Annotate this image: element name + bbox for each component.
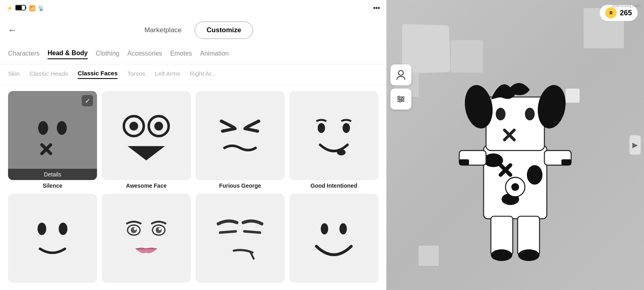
svg-point-9 [130,122,138,130]
sub-tab-left-arms[interactable]: Left Arms [155,70,180,79]
cat-tab-characters[interactable]: Characters [8,50,39,59]
face-7 [209,207,271,269]
svg-rect-2 [16,6,22,10]
svg-point-16 [318,123,325,133]
battery-indicator [15,5,27,12]
item-wrapper-face7 [196,194,285,285]
left-panel: ⚡ 📶 📡 ••• ← Marketplace Customize Charac… [0,0,386,290]
menu-dots: ••• [373,4,380,12]
item-card-face7[interactable] [196,194,285,283]
svg-rect-51 [518,216,539,255]
sub-tab-skin[interactable]: Skin [8,70,20,79]
sub-tab-classic-heads[interactable]: Classic Heads [29,70,68,79]
item-wrapper-face6 [102,194,191,285]
item-card-good[interactable] [289,91,378,180]
bolt-icon: ⚡ [6,5,13,11]
svg-point-55 [511,183,519,191]
svg-point-61 [402,98,404,100]
details-label[interactable]: Details [8,169,97,180]
item-wrapper-awesome: Awesome Face [102,91,191,189]
avatar-icon [395,69,407,81]
item-name-silence: Silence [43,182,62,189]
face-silence [21,104,84,167]
svg-rect-1 [25,6,26,9]
svg-line-12 [221,121,234,127]
back-button[interactable]: ← [8,25,17,35]
item-card-face6[interactable] [102,194,191,283]
svg-point-53 [518,249,539,261]
item-card-silence[interactable]: ✓ Details [8,91,97,180]
face-5 [21,207,84,269]
item-card-face8[interactable] [289,194,378,283]
svg-point-10 [155,122,163,130]
svg-point-18 [337,149,346,155]
robux-symbol: R [607,9,615,17]
svg-point-19 [37,223,46,235]
svg-line-29 [244,231,260,232]
sub-tab-classic-faces[interactable]: Classic Faces [78,70,118,79]
svg-point-17 [343,123,350,133]
svg-point-35 [527,165,543,184]
svg-point-26 [159,228,161,230]
svg-point-3 [38,121,48,135]
svg-rect-50 [491,216,513,255]
sub-tab-torsos[interactable]: Torsos [127,70,145,79]
sub-tab-right-arms[interactable]: Right Ar... [190,70,216,79]
svg-point-32 [339,223,347,234]
robux-icon: R [605,7,617,19]
svg-point-42 [496,108,506,120]
svg-line-14 [223,128,235,131]
face-good [303,104,365,167]
signal-icon: 📡 [38,5,44,11]
svg-line-28 [220,231,236,232]
item-wrapper-face5 [8,194,97,285]
top-nav: ← Marketplace Customize [0,16,386,44]
svg-point-52 [491,249,512,261]
cat-tab-head-body[interactable]: Head & Body [47,50,88,59]
svg-point-24 [156,227,162,233]
svg-rect-49 [561,160,571,166]
svg-point-4 [57,121,67,135]
svg-rect-39 [486,97,545,151]
face-awesome [115,104,178,167]
svg-text:R: R [609,11,613,15]
right-arrow-icon: ▶ [632,141,638,149]
selected-check: ✓ [82,95,93,106]
face-6 [115,207,178,269]
item-card-awesome[interactable] [102,91,191,180]
item-wrapper-furious: Furious George [196,91,285,189]
face-furious [209,104,271,167]
item-grid: ✓ Details Silence [8,91,378,285]
svg-marker-11 [128,146,165,161]
filter-icon [396,94,406,104]
svg-point-25 [134,228,136,230]
svg-point-20 [59,223,68,235]
item-name-furious: Furious George [219,182,261,189]
item-card-face5[interactable] [8,194,97,283]
cat-tab-emotes[interactable]: Emotes [170,50,192,59]
svg-point-62 [399,100,401,102]
cat-tab-accessories[interactable]: Accessories [128,50,162,59]
currency-amount: 265 [620,9,632,17]
svg-point-60 [398,96,400,98]
svg-rect-48 [459,160,469,166]
svg-point-31 [321,223,328,234]
status-left: ⚡ 📶 📡 [6,5,44,12]
cat-tab-animation[interactable]: Animation [200,50,229,59]
item-card-furious[interactable] [196,91,285,180]
svg-point-56 [398,70,403,75]
svg-point-23 [131,227,137,233]
scroll-right-button[interactable]: ▶ [630,135,641,155]
avatar-tool-button[interactable] [390,64,411,85]
cat-tab-clothing[interactable]: Clothing [96,50,120,59]
tab-customize[interactable]: Customize [194,21,253,39]
item-name-awesome: Awesome Face [126,182,167,189]
svg-line-13 [246,121,259,127]
svg-point-43 [525,108,535,120]
item-wrapper-good: Good Intentioned [289,91,378,189]
item-wrapper-face8 [289,194,378,285]
tab-marketplace[interactable]: Marketplace [133,21,193,39]
item-grid-area: ✓ Details Silence [0,85,386,290]
sub-tabs: Skin Classic Heads Classic Faces Torsos … [0,64,386,85]
filter-tool-button[interactable] [390,89,411,110]
